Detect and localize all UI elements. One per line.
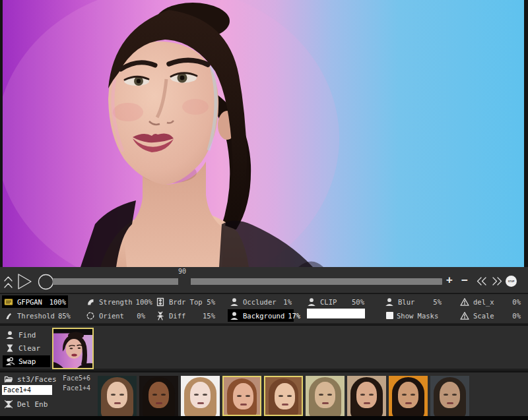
thumb-eyes [319, 394, 323, 396]
face-tag-top: Face5+6 [63, 375, 90, 382]
bottom-strip [0, 416, 528, 420]
deepface-app-window: 90 + − STOP GFPGAN 100% Threshold 85% St… [0, 0, 528, 420]
orient-icon [86, 311, 96, 320]
swap-persons-icon [5, 357, 15, 366]
diff-robot-icon [156, 311, 166, 320]
thumb-mouth [197, 402, 204, 404]
setting-background[interactable]: Background 17% [228, 309, 294, 322]
thumb-eyes [152, 394, 157, 396]
warning-triangle-icon [460, 311, 470, 320]
background-person-icon [230, 311, 240, 320]
find-button[interactable]: Find [3, 329, 50, 341]
thumb-mouth [322, 402, 329, 404]
face-thumbnail-5[interactable] [264, 376, 303, 416]
face-thumbnail-8[interactable] [389, 376, 428, 416]
thumb-mouth [282, 404, 288, 405]
setting-border-top[interactable]: Brdr Top 5% [154, 295, 217, 308]
player-bar: 90 + − STOP [0, 267, 528, 293]
thumb-face [148, 382, 169, 408]
setting-gfpgan[interactable]: GFPGAN 100% [2, 295, 68, 308]
settings-toolbar: GFPGAN 100% Threshold 85% Strength 100% … [0, 294, 528, 324]
play-icon[interactable] [16, 272, 34, 293]
thumb-face [315, 382, 335, 408]
thumb-mouth [364, 402, 370, 404]
thumb-face [398, 382, 418, 408]
face-thumbnail-9[interactable] [430, 376, 469, 416]
portrait-woman [3, 0, 524, 267]
delete-hourglass-icon [4, 400, 13, 409]
setting-del-x[interactable]: del_x 0% [458, 295, 523, 308]
thumb-face [275, 383, 295, 409]
timeline-slider[interactable] [53, 278, 442, 285]
step-back-icon[interactable] [476, 276, 487, 289]
setting-threshold[interactable]: Threshold 85% [2, 309, 68, 322]
setting-clip[interactable]: CLIP 50% [305, 295, 366, 308]
find-person-icon [5, 330, 15, 340]
faces-folder-button[interactable]: st3/Faces [4, 375, 57, 384]
face-thumbnail-6[interactable] [306, 376, 345, 416]
stop-button[interactable]: STOP [506, 276, 517, 287]
clear-hourglass-icon [5, 344, 15, 353]
del-enb-button[interactable]: Del Enb [4, 400, 48, 409]
show-masks-checkbox[interactable] [386, 312, 393, 319]
clear-button[interactable]: Clear [3, 342, 50, 354]
step-forward-icon[interactable] [492, 276, 503, 289]
face-thumbnail-2[interactable] [139, 376, 178, 416]
setting-scale[interactable]: Scale 0% [458, 309, 523, 322]
face-tag-bottom: Face1+4 [63, 384, 90, 392]
gfpgan-icon [4, 297, 14, 307]
thumb-eyes [111, 394, 116, 396]
face-thumbnail-7[interactable] [347, 376, 386, 416]
thumb-mouth [156, 402, 162, 404]
setting-blur[interactable]: Blur 5% [383, 295, 444, 308]
thumb-mouth [114, 402, 121, 404]
setting-strength[interactable]: Strength 100% [84, 295, 147, 308]
zoom-in-button[interactable]: + [446, 275, 453, 285]
thumb-mouth [447, 402, 453, 404]
swap-button[interactable]: Swap [3, 355, 50, 367]
thumb-eyes [279, 395, 283, 397]
setting-show-masks[interactable]: Show Masks [383, 309, 444, 322]
detected-face-preview[interactable] [52, 328, 94, 369]
faces-library-panel: st3/Faces Del Enb Face5+6 Face1+4 [0, 373, 528, 416]
thumb-mouth [405, 402, 412, 404]
thumb-face [190, 382, 211, 408]
open-folder-icon [4, 375, 13, 384]
thumb-eyes [360, 394, 365, 396]
thumb-eyes [402, 394, 407, 396]
strength-icon [86, 297, 96, 307]
threshold-icon [4, 311, 14, 320]
thumb-face [107, 382, 127, 408]
video-preview [3, 0, 524, 267]
blur-person-icon [385, 297, 395, 307]
jump-begin-icon[interactable] [3, 274, 13, 293]
face-thumbnail-1[interactable] [98, 376, 137, 416]
thumb-mouth [240, 404, 247, 405]
clip-person-icon [307, 297, 317, 307]
face-thumbnail-4[interactable] [222, 376, 261, 416]
occluder-person-icon [230, 297, 240, 307]
thumb-face [356, 382, 377, 408]
border-top-icon [156, 297, 166, 307]
frame-number: 90 [169, 268, 195, 275]
clip-text-input[interactable] [307, 309, 365, 318]
thumb-eyes [237, 395, 242, 397]
face-swap-panel: Find Clear Swap [0, 326, 528, 371]
setting-orient[interactable]: Orient 0% [84, 309, 147, 322]
setting-occluder[interactable]: Occluder 1% [228, 295, 294, 308]
setting-diff[interactable]: Diff 15% [154, 309, 217, 322]
thumb-face [440, 382, 460, 408]
timeline-thumb[interactable] [178, 278, 191, 285]
face-name-input[interactable] [2, 385, 52, 395]
thumb-eyes [444, 394, 448, 396]
record-circle-icon[interactable] [37, 273, 55, 293]
zoom-out-button[interactable]: − [461, 275, 468, 285]
thumb-eyes [194, 394, 199, 396]
warning-triangle-icon [460, 297, 470, 307]
thumb-face [233, 383, 253, 409]
face-thumbnail-3[interactable] [181, 376, 220, 416]
